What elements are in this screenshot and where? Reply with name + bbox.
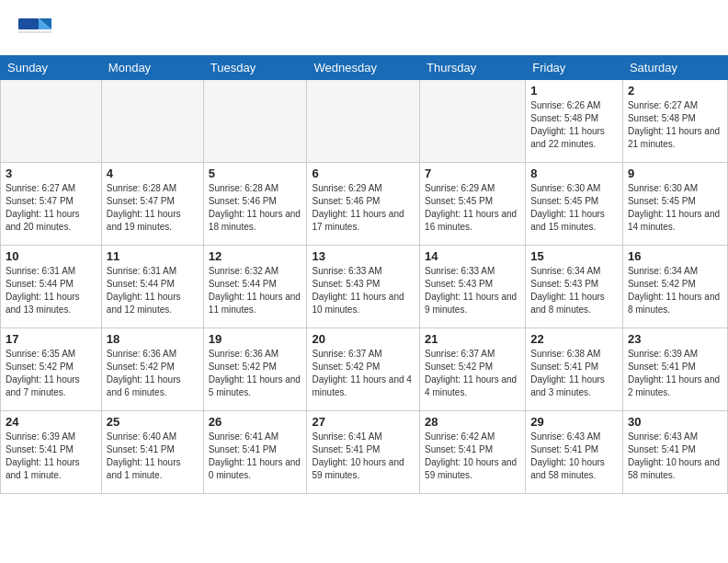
weekday-header-saturday: Saturday <box>622 56 727 80</box>
weekday-header-wednesday: Wednesday <box>307 56 420 80</box>
day-info: Sunrise: 6:28 AM Sunset: 5:46 PM Dayligh… <box>209 182 302 234</box>
calendar-cell: 16Sunrise: 6:34 AM Sunset: 5:42 PM Dayli… <box>622 246 727 328</box>
day-number: 3 <box>6 167 97 180</box>
day-number: 30 <box>628 415 722 429</box>
day-number: 2 <box>628 84 722 98</box>
day-info: Sunrise: 6:31 AM Sunset: 5:44 PM Dayligh… <box>107 265 199 316</box>
weekday-header-tuesday: Tuesday <box>203 56 307 80</box>
calendar-cell: 27Sunrise: 6:41 AM Sunset: 5:41 PM Dayli… <box>307 411 420 494</box>
day-info: Sunrise: 6:26 AM Sunset: 5:48 PM Dayligh… <box>530 99 618 151</box>
calendar-cell: 17Sunrise: 6:35 AM Sunset: 5:42 PM Dayli… <box>1 328 102 411</box>
day-number: 7 <box>425 167 520 180</box>
calendar-cell: 7Sunrise: 6:29 AM Sunset: 5:45 PM Daylig… <box>420 163 526 246</box>
calendar-cell: 19Sunrise: 6:36 AM Sunset: 5:42 PM Dayli… <box>203 328 307 411</box>
day-number: 15 <box>530 249 618 263</box>
weekday-header-thursday: Thursday <box>420 56 526 80</box>
day-info: Sunrise: 6:31 AM Sunset: 5:44 PM Dayligh… <box>6 265 97 316</box>
day-number: 5 <box>209 167 302 180</box>
day-number: 6 <box>312 167 415 180</box>
day-info: Sunrise: 6:27 AM Sunset: 5:48 PM Dayligh… <box>628 99 722 151</box>
day-info: Sunrise: 6:36 AM Sunset: 5:42 PM Dayligh… <box>209 348 302 399</box>
calendar-cell: 26Sunrise: 6:41 AM Sunset: 5:41 PM Dayli… <box>203 411 307 494</box>
day-info: Sunrise: 6:36 AM Sunset: 5:42 PM Dayligh… <box>107 348 199 399</box>
calendar-cell: 5Sunrise: 6:28 AM Sunset: 5:46 PM Daylig… <box>203 163 307 246</box>
calendar-cell: 13Sunrise: 6:33 AM Sunset: 5:43 PM Dayli… <box>307 246 420 328</box>
day-info: Sunrise: 6:29 AM Sunset: 5:45 PM Dayligh… <box>425 182 520 234</box>
calendar-cell: 3Sunrise: 6:27 AM Sunset: 5:47 PM Daylig… <box>1 163 102 246</box>
day-number: 21 <box>425 332 520 346</box>
calendar-cell: 23Sunrise: 6:39 AM Sunset: 5:41 PM Dayli… <box>622 328 727 411</box>
calendar-cell: 21Sunrise: 6:37 AM Sunset: 5:42 PM Dayli… <box>420 328 526 411</box>
calendar-cell: 10Sunrise: 6:31 AM Sunset: 5:44 PM Dayli… <box>1 246 102 328</box>
day-info: Sunrise: 6:33 AM Sunset: 5:43 PM Dayligh… <box>425 265 520 316</box>
day-number: 25 <box>107 415 199 429</box>
day-info: Sunrise: 6:35 AM Sunset: 5:42 PM Dayligh… <box>6 348 97 399</box>
calendar-cell: 22Sunrise: 6:38 AM Sunset: 5:41 PM Dayli… <box>526 328 623 411</box>
svg-rect-4 <box>18 31 51 33</box>
day-info: Sunrise: 6:30 AM Sunset: 5:45 PM Dayligh… <box>628 182 722 234</box>
calendar-cell: 4Sunrise: 6:28 AM Sunset: 5:47 PM Daylig… <box>101 163 203 246</box>
day-info: Sunrise: 6:30 AM Sunset: 5:45 PM Dayligh… <box>530 182 618 234</box>
logo <box>18 15 55 48</box>
calendar-cell: 9Sunrise: 6:30 AM Sunset: 5:45 PM Daylig… <box>622 163 727 246</box>
day-number: 23 <box>628 332 722 346</box>
day-number: 28 <box>425 415 520 429</box>
calendar-cell: 1Sunrise: 6:26 AM Sunset: 5:48 PM Daylig… <box>526 80 623 163</box>
day-info: Sunrise: 6:34 AM Sunset: 5:43 PM Dayligh… <box>530 265 618 316</box>
day-info: Sunrise: 6:40 AM Sunset: 5:41 PM Dayligh… <box>107 431 199 482</box>
calendar-cell: 20Sunrise: 6:37 AM Sunset: 5:42 PM Dayli… <box>307 328 420 411</box>
calendar-cell: 11Sunrise: 6:31 AM Sunset: 5:44 PM Dayli… <box>101 246 203 328</box>
weekday-header-monday: Monday <box>101 56 203 80</box>
calendar-cell: 25Sunrise: 6:40 AM Sunset: 5:41 PM Dayli… <box>101 411 203 494</box>
calendar-cell <box>1 80 102 163</box>
day-info: Sunrise: 6:37 AM Sunset: 5:42 PM Dayligh… <box>312 348 415 399</box>
calendar-cell: 15Sunrise: 6:34 AM Sunset: 5:43 PM Dayli… <box>526 246 623 328</box>
day-number: 9 <box>628 167 722 180</box>
weekday-header-friday: Friday <box>526 56 623 80</box>
day-info: Sunrise: 6:43 AM Sunset: 5:41 PM Dayligh… <box>628 431 722 482</box>
page-header <box>0 0 728 52</box>
day-number: 10 <box>6 249 97 263</box>
calendar-cell: 6Sunrise: 6:29 AM Sunset: 5:46 PM Daylig… <box>307 163 420 246</box>
day-info: Sunrise: 6:39 AM Sunset: 5:41 PM Dayligh… <box>628 348 722 399</box>
day-info: Sunrise: 6:33 AM Sunset: 5:43 PM Dayligh… <box>312 265 415 316</box>
calendar-cell: 8Sunrise: 6:30 AM Sunset: 5:45 PM Daylig… <box>526 163 623 246</box>
day-number: 17 <box>6 332 97 346</box>
calendar-cell <box>420 80 526 163</box>
weekday-header-sunday: Sunday <box>1 56 102 80</box>
day-info: Sunrise: 6:38 AM Sunset: 5:41 PM Dayligh… <box>530 348 618 399</box>
day-number: 22 <box>530 332 618 346</box>
day-number: 20 <box>312 332 415 346</box>
day-info: Sunrise: 6:37 AM Sunset: 5:42 PM Dayligh… <box>425 348 520 399</box>
day-number: 4 <box>107 167 199 180</box>
day-number: 11 <box>107 249 199 263</box>
calendar-cell: 30Sunrise: 6:43 AM Sunset: 5:41 PM Dayli… <box>622 411 727 494</box>
calendar-cell: 18Sunrise: 6:36 AM Sunset: 5:42 PM Dayli… <box>101 328 203 411</box>
calendar-cell: 28Sunrise: 6:42 AM Sunset: 5:41 PM Dayli… <box>420 411 526 494</box>
day-number: 24 <box>6 415 97 429</box>
day-info: Sunrise: 6:43 AM Sunset: 5:41 PM Dayligh… <box>530 431 618 482</box>
day-info: Sunrise: 6:42 AM Sunset: 5:41 PM Dayligh… <box>425 431 520 482</box>
day-number: 26 <box>209 415 302 429</box>
calendar-cell: 12Sunrise: 6:32 AM Sunset: 5:44 PM Dayli… <box>203 246 307 328</box>
logo-icon <box>18 15 51 48</box>
day-info: Sunrise: 6:27 AM Sunset: 5:47 PM Dayligh… <box>6 182 97 234</box>
calendar-cell: 24Sunrise: 6:39 AM Sunset: 5:41 PM Dayli… <box>1 411 102 494</box>
day-info: Sunrise: 6:28 AM Sunset: 5:47 PM Dayligh… <box>107 182 199 234</box>
day-number: 27 <box>312 415 415 429</box>
calendar-cell: 29Sunrise: 6:43 AM Sunset: 5:41 PM Dayli… <box>526 411 623 494</box>
day-info: Sunrise: 6:32 AM Sunset: 5:44 PM Dayligh… <box>209 265 302 316</box>
day-info: Sunrise: 6:41 AM Sunset: 5:41 PM Dayligh… <box>209 431 302 482</box>
day-number: 12 <box>209 249 302 263</box>
calendar-cell: 14Sunrise: 6:33 AM Sunset: 5:43 PM Dayli… <box>420 246 526 328</box>
day-info: Sunrise: 6:39 AM Sunset: 5:41 PM Dayligh… <box>6 431 97 482</box>
day-info: Sunrise: 6:34 AM Sunset: 5:42 PM Dayligh… <box>628 265 722 316</box>
calendar-cell <box>101 80 203 163</box>
svg-rect-3 <box>18 18 39 29</box>
day-info: Sunrise: 6:41 AM Sunset: 5:41 PM Dayligh… <box>312 431 415 482</box>
day-number: 14 <box>425 249 520 263</box>
day-number: 29 <box>530 415 618 429</box>
calendar-cell <box>203 80 307 163</box>
calendar-cell <box>307 80 420 163</box>
day-number: 16 <box>628 249 722 263</box>
